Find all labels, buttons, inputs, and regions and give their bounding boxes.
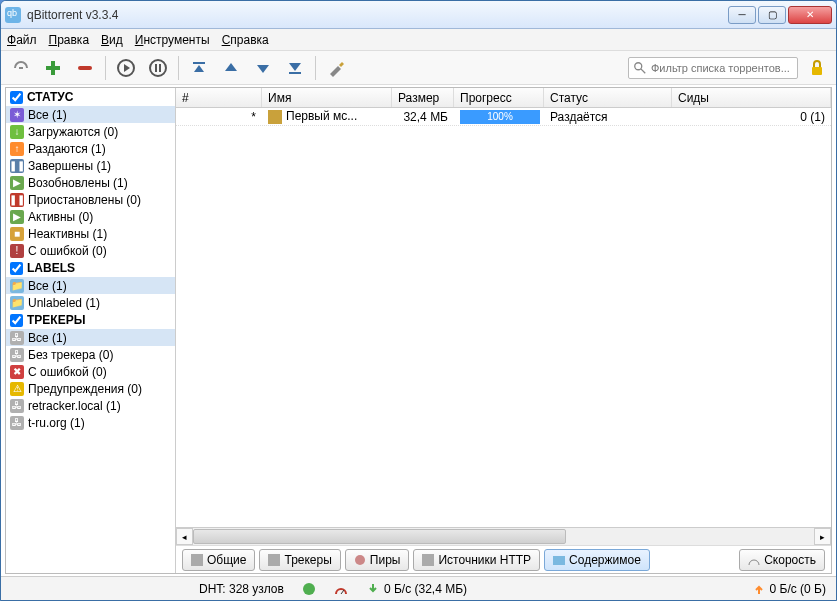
col-number[interactable]: # bbox=[176, 88, 262, 107]
scroll-thumb[interactable] bbox=[193, 529, 566, 544]
menubar: Файл Правка Вид Инструменты Справка bbox=[1, 29, 836, 51]
status-ratelimit[interactable] bbox=[334, 582, 348, 596]
svg-line-19 bbox=[341, 590, 344, 594]
close-button[interactable]: ✕ bbox=[788, 6, 832, 24]
filter-input[interactable] bbox=[651, 62, 793, 74]
sidebar-item-icon: 🖧 bbox=[10, 348, 24, 362]
sidebar-item-status-8[interactable]: !С ошибкой (0) bbox=[6, 242, 175, 259]
svg-point-18 bbox=[303, 583, 315, 595]
toolbar-separator bbox=[105, 56, 106, 80]
sidebar-item-trackers-4[interactable]: 🖧retracker.local (1) bbox=[6, 397, 175, 414]
sidebar-item-icon: ✖ bbox=[10, 365, 24, 379]
filter-search[interactable] bbox=[628, 57, 798, 79]
move-top-button[interactable] bbox=[187, 56, 211, 80]
menu-view[interactable]: Вид bbox=[101, 33, 123, 47]
sidebar-item-status-2[interactable]: ↑Раздаются (1) bbox=[6, 140, 175, 157]
sidebar-item-status-0[interactable]: ✶Все (1) bbox=[6, 106, 175, 123]
sidebar-item-label: С ошибкой (0) bbox=[28, 244, 107, 258]
sidebar-item-label: Все (1) bbox=[28, 331, 67, 345]
move-up-button[interactable] bbox=[219, 56, 243, 80]
svg-rect-3 bbox=[78, 66, 92, 70]
col-name[interactable]: Имя bbox=[262, 88, 392, 107]
add-link-button[interactable] bbox=[9, 56, 33, 80]
sidebar-item-trackers-2[interactable]: ✖С ошибкой (0) bbox=[6, 363, 175, 380]
status-download: 0 Б/с (32,4 МБ) bbox=[366, 582, 467, 596]
sidebar-item-icon: ■ bbox=[10, 227, 24, 241]
sidebar-item-label: t-ru.org (1) bbox=[28, 416, 85, 430]
sidebar-item-label: Загружаются (0) bbox=[28, 125, 118, 139]
sidebar-item-labels-0[interactable]: 📁Все (1) bbox=[6, 277, 175, 294]
sidebar-item-trackers-1[interactable]: 🖧Без трекера (0) bbox=[6, 346, 175, 363]
app-icon bbox=[5, 7, 21, 23]
horizontal-scrollbar[interactable]: ◂ ▸ bbox=[176, 527, 831, 545]
globe-icon bbox=[302, 582, 316, 596]
settings-button[interactable] bbox=[324, 56, 348, 80]
sidebar-item-status-6[interactable]: ▶Активны (0) bbox=[6, 208, 175, 225]
col-status[interactable]: Статус bbox=[544, 88, 672, 107]
sidebar-item-icon: ▶ bbox=[10, 176, 24, 190]
tab-peers[interactable]: Пиры bbox=[345, 549, 410, 571]
resume-button[interactable] bbox=[114, 56, 138, 80]
move-down-button[interactable] bbox=[251, 56, 275, 80]
tab-trackers[interactable]: Трекеры bbox=[259, 549, 340, 571]
svg-rect-7 bbox=[159, 64, 161, 72]
sidebar-item-icon: 🖧 bbox=[10, 331, 24, 345]
sidebar-item-status-1[interactable]: ↓Загружаются (0) bbox=[6, 123, 175, 140]
minimize-button[interactable]: ─ bbox=[728, 6, 756, 24]
torrent-row[interactable]: *Первый мс...32,4 МБ100%Раздаётся0 (1) bbox=[176, 108, 831, 126]
toolbar-separator bbox=[315, 56, 316, 80]
col-progress[interactable]: Прогресс bbox=[454, 88, 544, 107]
category-checkbox[interactable] bbox=[10, 91, 23, 104]
cell-progress: 100% bbox=[454, 110, 544, 124]
remove-button[interactable] bbox=[73, 56, 97, 80]
svg-line-11 bbox=[641, 68, 645, 72]
pause-button[interactable] bbox=[146, 56, 170, 80]
menu-edit[interactable]: Правка bbox=[49, 33, 90, 47]
tab-speed[interactable]: Скорость bbox=[739, 549, 825, 571]
category-checkbox[interactable] bbox=[10, 262, 23, 275]
sidebar-item-trackers-5[interactable]: 🖧t-ru.org (1) bbox=[6, 414, 175, 431]
upload-icon bbox=[752, 582, 766, 596]
menu-help[interactable]: Справка bbox=[222, 33, 269, 47]
sidebar-category-labels[interactable]: LABELS bbox=[6, 259, 175, 277]
menu-file[interactable]: Файл bbox=[7, 33, 37, 47]
sidebar-item-status-3[interactable]: ❚❚Завершены (1) bbox=[6, 157, 175, 174]
svg-point-15 bbox=[355, 555, 365, 565]
sidebar-item-labels-1[interactable]: 📁Unlabeled (1) bbox=[6, 294, 175, 311]
sidebar-item-label: Активны (0) bbox=[28, 210, 93, 224]
sidebar: СТАТУС✶Все (1)↓Загружаются (0)↑Раздаются… bbox=[6, 88, 176, 573]
sidebar-item-icon: ↑ bbox=[10, 142, 24, 156]
status-upload: 0 Б/с (0 Б) bbox=[752, 582, 826, 596]
svg-point-5 bbox=[150, 60, 166, 76]
progress-bar: 100% bbox=[460, 110, 540, 124]
lock-button[interactable] bbox=[806, 57, 828, 79]
scroll-track[interactable] bbox=[193, 528, 814, 545]
main-panel: # Имя Размер Прогресс Статус Сиды *Первы… bbox=[176, 88, 831, 573]
col-size[interactable]: Размер bbox=[392, 88, 454, 107]
tab-general[interactable]: Общие bbox=[182, 549, 255, 571]
main-body: СТАТУС✶Все (1)↓Загружаются (0)↑Раздаются… bbox=[5, 87, 832, 574]
titlebar: qBittorrent v3.3.4 ─ ▢ ✕ bbox=[1, 1, 836, 29]
scroll-left-button[interactable]: ◂ bbox=[176, 528, 193, 545]
sidebar-item-trackers-3[interactable]: ⚠Предупреждения (0) bbox=[6, 380, 175, 397]
sidebar-item-status-5[interactable]: ❚❚Приостановлены (0) bbox=[6, 191, 175, 208]
toolbar bbox=[1, 51, 836, 85]
sidebar-item-trackers-0[interactable]: 🖧Все (1) bbox=[6, 329, 175, 346]
scroll-right-button[interactable]: ▸ bbox=[814, 528, 831, 545]
menu-tools[interactable]: Инструменты bbox=[135, 33, 210, 47]
window-controls: ─ ▢ ✕ bbox=[728, 6, 832, 24]
maximize-button[interactable]: ▢ bbox=[758, 6, 786, 24]
sidebar-category-status[interactable]: СТАТУС bbox=[6, 88, 175, 106]
tab-http[interactable]: Источники HTTP bbox=[413, 549, 540, 571]
torrent-icon bbox=[268, 110, 282, 124]
tab-content[interactable]: Содержимое bbox=[544, 549, 650, 571]
category-checkbox[interactable] bbox=[10, 314, 23, 327]
sidebar-category-trackers[interactable]: ТРЕКЕРЫ bbox=[6, 311, 175, 329]
add-torrent-button[interactable] bbox=[41, 56, 65, 80]
svg-point-10 bbox=[635, 62, 642, 69]
move-bottom-button[interactable] bbox=[283, 56, 307, 80]
col-seeds[interactable]: Сиды bbox=[672, 88, 831, 107]
sidebar-item-status-4[interactable]: ▶Возобновлены (1) bbox=[6, 174, 175, 191]
sidebar-item-status-7[interactable]: ■Неактивны (1) bbox=[6, 225, 175, 242]
sidebar-item-icon: ✶ bbox=[10, 108, 24, 122]
